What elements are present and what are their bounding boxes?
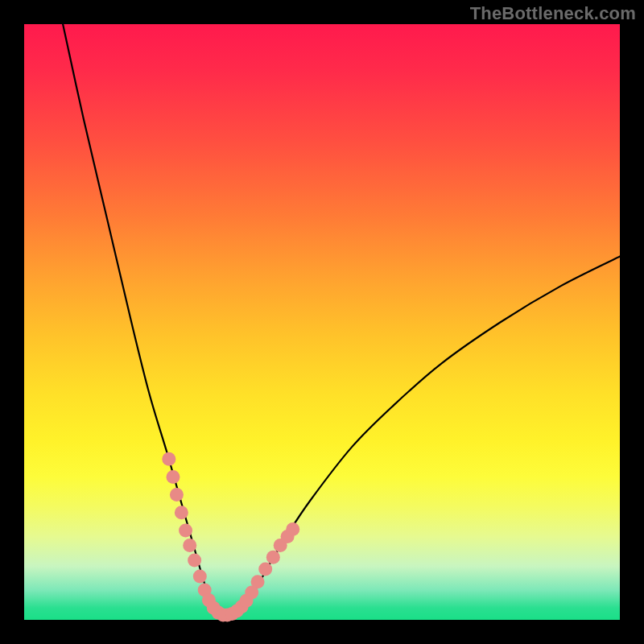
marker-layer <box>162 452 299 622</box>
highlight-marker <box>251 575 265 588</box>
highlight-marker <box>167 470 180 484</box>
highlight-marker <box>183 539 196 552</box>
highlight-marker <box>266 551 280 564</box>
highlight-marker <box>286 522 299 536</box>
highlight-marker <box>258 563 272 576</box>
curve-layer <box>63 24 620 617</box>
watermark-label: TheBottleneck.com <box>470 3 636 24</box>
highlight-marker <box>175 506 188 519</box>
highlight-marker <box>188 554 201 568</box>
chart-frame: TheBottleneck.com <box>0 0 644 644</box>
highlight-marker <box>170 488 184 502</box>
highlight-marker <box>162 452 175 466</box>
highlight-marker <box>193 569 207 583</box>
highlight-marker <box>179 524 192 538</box>
bottleneck-plot <box>24 24 620 620</box>
bottleneck-curve <box>63 24 620 617</box>
